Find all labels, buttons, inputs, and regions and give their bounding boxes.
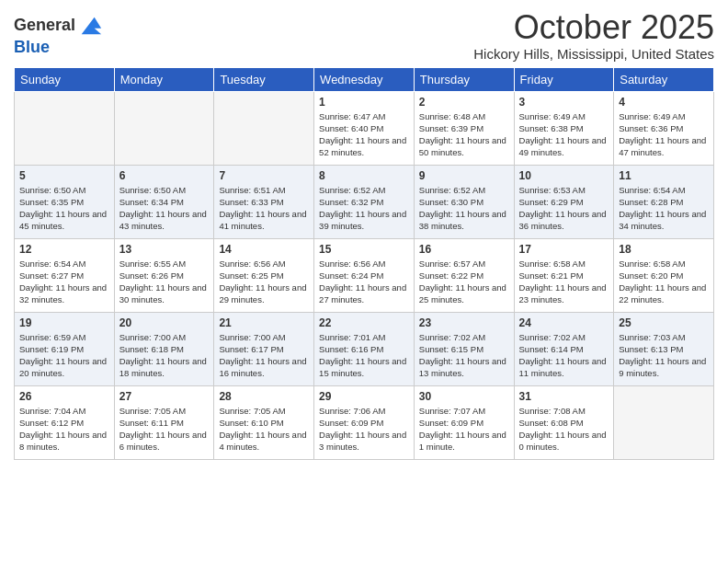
calendar-cell-w5-d4: 29Sunrise: 7:06 AMSunset: 6:09 PMDayligh… <box>314 385 415 459</box>
day-number: 27 <box>119 390 210 403</box>
header-saturday: Saturday <box>614 67 714 91</box>
page-header: General Blue October 2025 Hickory Hills,… <box>14 9 714 62</box>
calendar-cell-w2-d4: 8Sunrise: 6:52 AMSunset: 6:32 PMDaylight… <box>314 165 415 238</box>
week-row-4: 19Sunrise: 6:59 AMSunset: 6:19 PMDayligh… <box>15 312 714 385</box>
calendar-table: Sunday Monday Tuesday Wednesday Thursday… <box>14 67 714 460</box>
day-info: Sunrise: 6:55 AMSunset: 6:26 PMDaylight:… <box>119 258 210 306</box>
day-info: Sunrise: 6:57 AMSunset: 6:22 PMDaylight:… <box>419 258 509 306</box>
calendar-cell-w3-d7: 18Sunrise: 6:58 AMSunset: 6:20 PMDayligh… <box>614 238 714 312</box>
logo-general: General <box>14 16 75 34</box>
calendar-cell-w1-d4: 1Sunrise: 6:47 AMSunset: 6:40 PMDaylight… <box>314 91 415 165</box>
day-info: Sunrise: 6:58 AMSunset: 6:20 PMDaylight:… <box>619 258 709 306</box>
week-row-3: 12Sunrise: 6:54 AMSunset: 6:27 PMDayligh… <box>15 238 714 312</box>
calendar-cell-w1-d5: 2Sunrise: 6:48 AMSunset: 6:39 PMDaylight… <box>414 91 514 165</box>
day-info: Sunrise: 6:53 AMSunset: 6:29 PMDaylight:… <box>519 184 609 233</box>
week-row-1: 1Sunrise: 6:47 AMSunset: 6:40 PMDaylight… <box>15 91 714 165</box>
day-info: Sunrise: 7:04 AMSunset: 6:12 PMDaylight:… <box>19 405 109 454</box>
day-number: 30 <box>419 390 509 403</box>
calendar-cell-w2-d5: 9Sunrise: 6:52 AMSunset: 6:30 PMDaylight… <box>414 165 514 238</box>
calendar-cell-w4-d3: 21Sunrise: 7:00 AMSunset: 6:17 PMDayligh… <box>214 312 314 385</box>
day-info: Sunrise: 7:02 AMSunset: 6:15 PMDaylight:… <box>419 331 509 380</box>
weekday-header-row: Sunday Monday Tuesday Wednesday Thursday… <box>15 67 714 91</box>
day-info: Sunrise: 7:00 AMSunset: 6:17 PMDaylight:… <box>219 331 309 380</box>
day-info: Sunrise: 6:56 AMSunset: 6:24 PMDaylight:… <box>319 258 409 306</box>
svg-marker-0 <box>82 17 101 35</box>
calendar-cell-w3-d3: 14Sunrise: 6:56 AMSunset: 6:25 PMDayligh… <box>214 238 314 312</box>
week-row-5: 26Sunrise: 7:04 AMSunset: 6:12 PMDayligh… <box>15 385 714 459</box>
calendar-cell-w4-d1: 19Sunrise: 6:59 AMSunset: 6:19 PMDayligh… <box>15 312 115 385</box>
day-number: 9 <box>419 169 509 182</box>
day-info: Sunrise: 6:52 AMSunset: 6:32 PMDaylight:… <box>319 184 409 233</box>
day-number: 21 <box>219 316 309 329</box>
calendar-cell-w4-d2: 20Sunrise: 7:00 AMSunset: 6:18 PMDayligh… <box>114 312 214 385</box>
day-info: Sunrise: 6:58 AMSunset: 6:21 PMDaylight:… <box>519 258 609 306</box>
header-tuesday: Tuesday <box>214 67 314 91</box>
day-number: 26 <box>19 390 109 403</box>
day-number: 23 <box>419 316 509 329</box>
calendar-cell-w2-d3: 7Sunrise: 6:51 AMSunset: 6:33 PMDaylight… <box>214 165 314 238</box>
calendar-cell-w4-d6: 24Sunrise: 7:02 AMSunset: 6:14 PMDayligh… <box>514 312 614 385</box>
logo: General Blue <box>14 13 103 57</box>
calendar-cell-w5-d7 <box>614 385 714 459</box>
day-number: 25 <box>619 316 709 329</box>
calendar-cell-w1-d2 <box>114 91 214 165</box>
calendar-cell-w2-d1: 5Sunrise: 6:50 AMSunset: 6:35 PMDaylight… <box>15 165 115 238</box>
day-info: Sunrise: 6:49 AMSunset: 6:38 PMDaylight:… <box>519 110 609 159</box>
day-number: 24 <box>519 316 609 329</box>
day-number: 28 <box>219 390 309 403</box>
day-number: 14 <box>219 243 309 256</box>
day-info: Sunrise: 6:54 AMSunset: 6:28 PMDaylight:… <box>619 184 709 233</box>
day-number: 29 <box>319 390 409 403</box>
day-number: 7 <box>219 169 309 182</box>
day-number: 22 <box>319 316 409 329</box>
day-number: 18 <box>619 243 709 256</box>
location-title: Hickory Hills, Mississippi, United State… <box>473 46 714 62</box>
header-sunday: Sunday <box>15 67 115 91</box>
title-block: October 2025 Hickory Hills, Mississippi,… <box>473 9 714 62</box>
day-info: Sunrise: 7:07 AMSunset: 6:09 PMDaylight:… <box>419 405 509 454</box>
day-info: Sunrise: 7:02 AMSunset: 6:14 PMDaylight:… <box>519 331 609 380</box>
calendar-cell-w4-d5: 23Sunrise: 7:02 AMSunset: 6:15 PMDayligh… <box>414 312 514 385</box>
day-number: 16 <box>419 243 509 256</box>
logo-text-line1: General <box>14 17 75 35</box>
day-info: Sunrise: 6:49 AMSunset: 6:36 PMDaylight:… <box>619 110 709 159</box>
day-number: 3 <box>519 96 609 109</box>
calendar-cell-w2-d6: 10Sunrise: 6:53 AMSunset: 6:29 PMDayligh… <box>514 165 614 238</box>
calendar-cell-w1-d6: 3Sunrise: 6:49 AMSunset: 6:38 PMDaylight… <box>514 91 614 165</box>
day-number: 6 <box>119 169 210 182</box>
calendar-cell-w5-d5: 30Sunrise: 7:07 AMSunset: 6:09 PMDayligh… <box>414 385 514 459</box>
day-info: Sunrise: 6:47 AMSunset: 6:40 PMDaylight:… <box>319 110 409 159</box>
logo-icon <box>77 13 103 39</box>
day-info: Sunrise: 6:52 AMSunset: 6:30 PMDaylight:… <box>419 184 509 233</box>
day-number: 19 <box>19 316 109 329</box>
calendar-cell-w3-d2: 13Sunrise: 6:55 AMSunset: 6:26 PMDayligh… <box>114 238 214 312</box>
day-number: 5 <box>19 169 109 182</box>
page-container: General Blue October 2025 Hickory Hills,… <box>0 0 728 465</box>
calendar-cell-w3-d1: 12Sunrise: 6:54 AMSunset: 6:27 PMDayligh… <box>15 238 115 312</box>
calendar-cell-w3-d6: 17Sunrise: 6:58 AMSunset: 6:21 PMDayligh… <box>514 238 614 312</box>
calendar-cell-w5-d6: 31Sunrise: 7:08 AMSunset: 6:08 PMDayligh… <box>514 385 614 459</box>
calendar-cell-w5-d2: 27Sunrise: 7:05 AMSunset: 6:11 PMDayligh… <box>114 385 214 459</box>
day-number: 10 <box>519 169 609 182</box>
header-wednesday: Wednesday <box>314 67 415 91</box>
day-info: Sunrise: 7:06 AMSunset: 6:09 PMDaylight:… <box>319 405 409 454</box>
calendar-cell-w1-d3 <box>214 91 314 165</box>
day-info: Sunrise: 7:05 AMSunset: 6:11 PMDaylight:… <box>119 405 210 454</box>
day-number: 31 <box>519 390 609 403</box>
header-monday: Monday <box>114 67 214 91</box>
day-number: 15 <box>319 243 409 256</box>
day-number: 12 <box>19 243 109 256</box>
day-info: Sunrise: 7:03 AMSunset: 6:13 PMDaylight:… <box>619 331 709 380</box>
day-info: Sunrise: 6:54 AMSunset: 6:27 PMDaylight:… <box>19 258 109 306</box>
calendar-cell-w5-d1: 26Sunrise: 7:04 AMSunset: 6:12 PMDayligh… <box>15 385 115 459</box>
calendar-cell-w2-d2: 6Sunrise: 6:50 AMSunset: 6:34 PMDaylight… <box>114 165 214 238</box>
calendar-cell-w2-d7: 11Sunrise: 6:54 AMSunset: 6:28 PMDayligh… <box>614 165 714 238</box>
day-number: 13 <box>119 243 210 256</box>
day-number: 20 <box>119 316 210 329</box>
day-info: Sunrise: 6:59 AMSunset: 6:19 PMDaylight:… <box>19 331 109 380</box>
header-friday: Friday <box>514 67 614 91</box>
day-info: Sunrise: 7:05 AMSunset: 6:10 PMDaylight:… <box>219 405 309 454</box>
day-info: Sunrise: 7:08 AMSunset: 6:08 PMDaylight:… <box>519 405 609 454</box>
day-info: Sunrise: 6:48 AMSunset: 6:39 PMDaylight:… <box>419 110 509 159</box>
day-number: 8 <box>319 169 409 182</box>
